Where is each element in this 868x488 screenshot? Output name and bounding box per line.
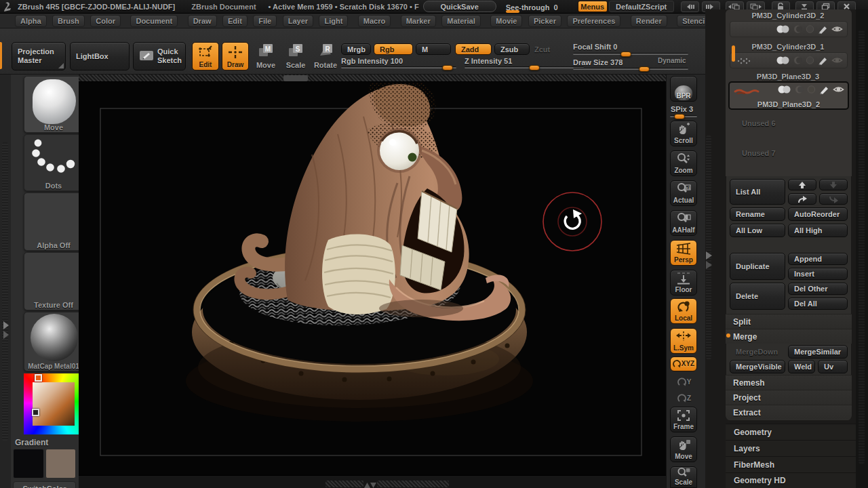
subtool-branch-button[interactable] bbox=[788, 193, 816, 205]
zsub-toggle[interactable]: Zsub bbox=[494, 43, 530, 55]
mrgb-toggle[interactable]: Mrgb bbox=[341, 43, 371, 55]
menu-document[interactable]: Document bbox=[130, 15, 178, 27]
canvas-b-scroll-right[interactable] bbox=[377, 481, 449, 487]
gradient-toggle[interactable]: Gradient bbox=[15, 438, 48, 447]
delete-button[interactable]: Delete bbox=[730, 283, 785, 310]
rotate-mode-button[interactable]: R Rotate bbox=[312, 42, 339, 72]
merge-section[interactable]: Merge bbox=[726, 329, 852, 344]
see-through-slider[interactable]: See-through 0 bbox=[506, 1, 568, 13]
menu-file[interactable]: File bbox=[253, 15, 277, 27]
canvas-h-scroll-thumb[interactable] bbox=[283, 75, 308, 81]
rotate-y-button[interactable]: Y bbox=[673, 374, 696, 389]
texture-thumbnail[interactable]: Texture Off bbox=[24, 252, 83, 310]
scale-canvas-button[interactable]: Scale bbox=[670, 466, 697, 488]
rotate-z-button[interactable]: Z bbox=[673, 390, 696, 405]
uv-button[interactable]: Uv bbox=[818, 360, 848, 373]
draw-size-handle[interactable] bbox=[639, 66, 650, 72]
panel-collapse-handle[interactable] bbox=[704, 249, 713, 274]
edit-button[interactable]: Edit bbox=[192, 42, 219, 70]
sv-square[interactable] bbox=[33, 382, 75, 426]
z-intensity-handle[interactable] bbox=[529, 65, 540, 70]
menu-material[interactable]: Material bbox=[441, 15, 481, 27]
del-other-button[interactable]: Del Other bbox=[788, 283, 848, 295]
layers-section[interactable]: Layers bbox=[726, 440, 856, 456]
xyz-button[interactable]: XYZ bbox=[670, 357, 697, 371]
menu-edit[interactable]: Edit bbox=[222, 15, 248, 27]
local-button[interactable]: Local bbox=[670, 298, 697, 324]
insert-button[interactable]: Insert bbox=[788, 268, 848, 280]
dynamic-toggle[interactable]: Dynamic bbox=[658, 57, 686, 64]
secondary-color-swatch[interactable] bbox=[45, 449, 76, 479]
brush-thumbnail[interactable]: Move bbox=[24, 76, 83, 133]
zoom-button[interactable]: Zoom bbox=[670, 150, 697, 176]
duplicate-button[interactable]: Duplicate bbox=[730, 253, 785, 280]
right-edge-scrollbar[interactable] bbox=[859, 30, 865, 464]
weld-button[interactable]: Weld bbox=[788, 360, 815, 373]
left-tray-scrollbar[interactable] bbox=[2, 142, 8, 441]
panel-scrollbar[interactable] bbox=[706, 136, 711, 359]
menu-draw[interactable]: Draw bbox=[188, 15, 217, 27]
menu-movie[interactable]: Movie bbox=[490, 15, 522, 27]
canvas-h-scrollbar[interactable] bbox=[79, 75, 666, 82]
all-low-button[interactable]: All Low bbox=[730, 224, 785, 237]
autoreorder-button[interactable]: AutoReorder bbox=[788, 207, 848, 221]
quick-sketch-button[interactable]: Quick Sketch bbox=[133, 42, 186, 70]
menus-button[interactable]: Menus bbox=[578, 1, 608, 12]
geometry-section[interactable]: Geometry bbox=[726, 424, 856, 440]
extract-section[interactable]: Extract bbox=[726, 405, 852, 420]
bpr-button[interactable]: BPR bbox=[670, 76, 697, 102]
quicksave-button[interactable]: QuickSave bbox=[423, 1, 496, 12]
menu-picker[interactable]: Picker bbox=[528, 15, 561, 27]
menu-render[interactable]: Render bbox=[631, 15, 667, 27]
fibermesh-section[interactable]: FiberMesh bbox=[726, 456, 856, 472]
switch-color-button[interactable]: SwitchColor bbox=[13, 481, 76, 488]
menu-macro[interactable]: Macro bbox=[358, 15, 391, 27]
lightbox-button[interactable]: LightBox bbox=[70, 42, 130, 70]
m-toggle[interactable]: M bbox=[416, 43, 451, 55]
projection-master-button[interactable]: Projection Master bbox=[12, 42, 66, 70]
subtool-name[interactable]: PM3D_Plane3D_3 bbox=[728, 73, 848, 81]
move-mode-button[interactable]: M Move bbox=[252, 42, 279, 72]
merge-visible-button[interactable]: MergeVisible bbox=[730, 360, 785, 373]
document-canvas[interactable] bbox=[79, 75, 666, 475]
list-all-button[interactable]: List All bbox=[730, 179, 785, 205]
subtool-down-button[interactable] bbox=[819, 179, 848, 190]
zadd-toggle[interactable]: Zadd bbox=[455, 43, 492, 55]
menu-marker[interactable]: Marker bbox=[401, 15, 436, 27]
menu-alpha[interactable]: Alpha bbox=[15, 15, 47, 27]
subtool-name[interactable]: PM3D_Cylinder3D_2 bbox=[728, 12, 848, 20]
spix-handle[interactable] bbox=[674, 114, 685, 119]
rgb-intensity-handle[interactable] bbox=[442, 65, 453, 70]
floor-button[interactable]: Floor bbox=[670, 270, 697, 296]
hue-cursor[interactable] bbox=[35, 374, 42, 382]
stroke-thumbnail[interactable]: Dots bbox=[24, 134, 83, 191]
color-picker[interactable] bbox=[24, 373, 83, 434]
actual-button[interactable]: x1 Actual bbox=[670, 180, 697, 206]
draw-button[interactable]: Draw bbox=[222, 42, 249, 70]
menu-stencil[interactable]: Stencil bbox=[677, 15, 708, 27]
persp-button[interactable]: Persp bbox=[670, 240, 697, 266]
subtool-up-button[interactable] bbox=[788, 179, 816, 190]
aahalf-button[interactable]: AAHalf bbox=[670, 210, 697, 236]
frame-button[interactable]: Frame bbox=[670, 407, 697, 432]
move-canvas-button[interactable]: Move bbox=[670, 436, 697, 462]
scroll-button[interactable]: Scroll bbox=[670, 121, 697, 146]
split-section[interactable]: Split bbox=[726, 314, 852, 329]
merge-down-button[interactable]: MergeDown bbox=[730, 345, 785, 359]
append-button[interactable]: Append bbox=[788, 253, 848, 265]
rename-button[interactable]: Rename bbox=[730, 207, 785, 221]
material-thumbnail[interactable]: MatCap Metal01 bbox=[24, 312, 83, 371]
main-color-swatch[interactable] bbox=[13, 449, 44, 479]
rgb-toggle[interactable]: Rgb bbox=[374, 43, 413, 55]
geometry-hd-section[interactable]: Geometry HD bbox=[726, 472, 856, 488]
canvas-b-scroll-left[interactable] bbox=[326, 481, 363, 487]
menu-preferences[interactable]: Preferences bbox=[567, 15, 620, 27]
see-through-handle[interactable] bbox=[506, 10, 519, 13]
subtool-name[interactable]: PM3D_Cylinder3D_1 bbox=[728, 43, 848, 51]
menu-color[interactable]: Color bbox=[90, 15, 121, 27]
zcut-toggle[interactable]: Zcut bbox=[534, 45, 550, 54]
subtool-name-unused[interactable]: Unused 6 bbox=[728, 119, 848, 127]
merge-similar-button[interactable]: MergeSimilar bbox=[788, 345, 848, 359]
canvas-b-scroll-arrows[interactable] bbox=[364, 480, 376, 488]
del-all-button[interactable]: Del All bbox=[788, 298, 848, 310]
